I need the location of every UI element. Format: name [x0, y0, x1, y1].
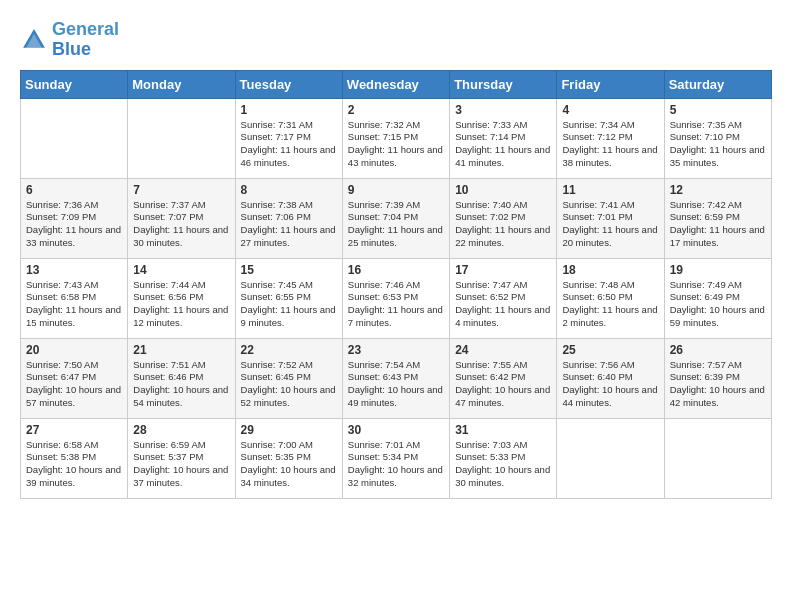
- calendar-cell: 27Sunrise: 6:58 AMSunset: 5:38 PMDayligh…: [21, 418, 128, 498]
- header-day: Sunday: [21, 70, 128, 98]
- day-detail: Sunrise: 7:45 AMSunset: 6:55 PMDaylight:…: [241, 279, 337, 330]
- day-detail: Sunrise: 7:33 AMSunset: 7:14 PMDaylight:…: [455, 119, 551, 170]
- day-detail: Sunrise: 6:58 AMSunset: 5:38 PMDaylight:…: [26, 439, 122, 490]
- day-detail: Sunrise: 7:01 AMSunset: 5:34 PMDaylight:…: [348, 439, 444, 490]
- day-detail: Sunrise: 7:44 AMSunset: 6:56 PMDaylight:…: [133, 279, 229, 330]
- calendar-cell: 14Sunrise: 7:44 AMSunset: 6:56 PMDayligh…: [128, 258, 235, 338]
- day-number: 7: [133, 183, 229, 197]
- day-detail: Sunrise: 7:49 AMSunset: 6:49 PMDaylight:…: [670, 279, 766, 330]
- day-detail: Sunrise: 7:47 AMSunset: 6:52 PMDaylight:…: [455, 279, 551, 330]
- day-number: 19: [670, 263, 766, 277]
- header-day: Friday: [557, 70, 664, 98]
- day-detail: Sunrise: 6:59 AMSunset: 5:37 PMDaylight:…: [133, 439, 229, 490]
- day-number: 12: [670, 183, 766, 197]
- day-number: 17: [455, 263, 551, 277]
- calendar-cell: [557, 418, 664, 498]
- day-number: 21: [133, 343, 229, 357]
- logo: General Blue: [20, 20, 119, 60]
- calendar-cell: 29Sunrise: 7:00 AMSunset: 5:35 PMDayligh…: [235, 418, 342, 498]
- calendar-cell: 24Sunrise: 7:55 AMSunset: 6:42 PMDayligh…: [450, 338, 557, 418]
- day-number: 6: [26, 183, 122, 197]
- day-number: 3: [455, 103, 551, 117]
- day-number: 24: [455, 343, 551, 357]
- day-number: 20: [26, 343, 122, 357]
- day-number: 15: [241, 263, 337, 277]
- day-detail: Sunrise: 7:32 AMSunset: 7:15 PMDaylight:…: [348, 119, 444, 170]
- calendar-cell: 15Sunrise: 7:45 AMSunset: 6:55 PMDayligh…: [235, 258, 342, 338]
- day-detail: Sunrise: 7:31 AMSunset: 7:17 PMDaylight:…: [241, 119, 337, 170]
- calendar-cell: 30Sunrise: 7:01 AMSunset: 5:34 PMDayligh…: [342, 418, 449, 498]
- day-number: 23: [348, 343, 444, 357]
- day-number: 14: [133, 263, 229, 277]
- calendar-cell: 18Sunrise: 7:48 AMSunset: 6:50 PMDayligh…: [557, 258, 664, 338]
- calendar-cell: 1Sunrise: 7:31 AMSunset: 7:17 PMDaylight…: [235, 98, 342, 178]
- calendar-cell: 8Sunrise: 7:38 AMSunset: 7:06 PMDaylight…: [235, 178, 342, 258]
- header-day: Monday: [128, 70, 235, 98]
- calendar-cell: 5Sunrise: 7:35 AMSunset: 7:10 PMDaylight…: [664, 98, 771, 178]
- header-day: Saturday: [664, 70, 771, 98]
- logo-text: General Blue: [52, 20, 119, 60]
- calendar-cell: 25Sunrise: 7:56 AMSunset: 6:40 PMDayligh…: [557, 338, 664, 418]
- day-number: 8: [241, 183, 337, 197]
- calendar-cell: 9Sunrise: 7:39 AMSunset: 7:04 PMDaylight…: [342, 178, 449, 258]
- calendar-cell: 3Sunrise: 7:33 AMSunset: 7:14 PMDaylight…: [450, 98, 557, 178]
- day-detail: Sunrise: 7:35 AMSunset: 7:10 PMDaylight:…: [670, 119, 766, 170]
- day-detail: Sunrise: 7:57 AMSunset: 6:39 PMDaylight:…: [670, 359, 766, 410]
- day-number: 22: [241, 343, 337, 357]
- day-detail: Sunrise: 7:39 AMSunset: 7:04 PMDaylight:…: [348, 199, 444, 250]
- calendar-cell: 16Sunrise: 7:46 AMSunset: 6:53 PMDayligh…: [342, 258, 449, 338]
- header-day: Tuesday: [235, 70, 342, 98]
- calendar-cell: 10Sunrise: 7:40 AMSunset: 7:02 PMDayligh…: [450, 178, 557, 258]
- calendar-cell: 2Sunrise: 7:32 AMSunset: 7:15 PMDaylight…: [342, 98, 449, 178]
- calendar-cell: 13Sunrise: 7:43 AMSunset: 6:58 PMDayligh…: [21, 258, 128, 338]
- day-detail: Sunrise: 7:42 AMSunset: 6:59 PMDaylight:…: [670, 199, 766, 250]
- day-number: 30: [348, 423, 444, 437]
- day-number: 4: [562, 103, 658, 117]
- day-number: 13: [26, 263, 122, 277]
- day-number: 26: [670, 343, 766, 357]
- day-number: 10: [455, 183, 551, 197]
- day-number: 5: [670, 103, 766, 117]
- day-number: 29: [241, 423, 337, 437]
- day-number: 28: [133, 423, 229, 437]
- day-number: 11: [562, 183, 658, 197]
- calendar-cell: 23Sunrise: 7:54 AMSunset: 6:43 PMDayligh…: [342, 338, 449, 418]
- calendar-cell: 20Sunrise: 7:50 AMSunset: 6:47 PMDayligh…: [21, 338, 128, 418]
- day-number: 2: [348, 103, 444, 117]
- day-detail: Sunrise: 7:54 AMSunset: 6:43 PMDaylight:…: [348, 359, 444, 410]
- day-number: 27: [26, 423, 122, 437]
- calendar-cell: 28Sunrise: 6:59 AMSunset: 5:37 PMDayligh…: [128, 418, 235, 498]
- header-day: Thursday: [450, 70, 557, 98]
- calendar-cell: 7Sunrise: 7:37 AMSunset: 7:07 PMDaylight…: [128, 178, 235, 258]
- logo-icon: [20, 26, 48, 54]
- day-number: 25: [562, 343, 658, 357]
- calendar-table: SundayMondayTuesdayWednesdayThursdayFrid…: [20, 70, 772, 499]
- day-detail: Sunrise: 7:56 AMSunset: 6:40 PMDaylight:…: [562, 359, 658, 410]
- day-detail: Sunrise: 7:52 AMSunset: 6:45 PMDaylight:…: [241, 359, 337, 410]
- day-detail: Sunrise: 7:55 AMSunset: 6:42 PMDaylight:…: [455, 359, 551, 410]
- day-detail: Sunrise: 7:48 AMSunset: 6:50 PMDaylight:…: [562, 279, 658, 330]
- calendar-cell: [21, 98, 128, 178]
- calendar-cell: 4Sunrise: 7:34 AMSunset: 7:12 PMDaylight…: [557, 98, 664, 178]
- day-detail: Sunrise: 7:03 AMSunset: 5:33 PMDaylight:…: [455, 439, 551, 490]
- day-number: 31: [455, 423, 551, 437]
- header-day: Wednesday: [342, 70, 449, 98]
- day-number: 1: [241, 103, 337, 117]
- day-detail: Sunrise: 7:36 AMSunset: 7:09 PMDaylight:…: [26, 199, 122, 250]
- calendar-cell: 17Sunrise: 7:47 AMSunset: 6:52 PMDayligh…: [450, 258, 557, 338]
- day-detail: Sunrise: 7:00 AMSunset: 5:35 PMDaylight:…: [241, 439, 337, 490]
- calendar-cell: [664, 418, 771, 498]
- day-detail: Sunrise: 7:43 AMSunset: 6:58 PMDaylight:…: [26, 279, 122, 330]
- day-detail: Sunrise: 7:40 AMSunset: 7:02 PMDaylight:…: [455, 199, 551, 250]
- day-number: 18: [562, 263, 658, 277]
- calendar-cell: 19Sunrise: 7:49 AMSunset: 6:49 PMDayligh…: [664, 258, 771, 338]
- day-detail: Sunrise: 7:34 AMSunset: 7:12 PMDaylight:…: [562, 119, 658, 170]
- calendar-cell: 12Sunrise: 7:42 AMSunset: 6:59 PMDayligh…: [664, 178, 771, 258]
- day-detail: Sunrise: 7:51 AMSunset: 6:46 PMDaylight:…: [133, 359, 229, 410]
- calendar-cell: 26Sunrise: 7:57 AMSunset: 6:39 PMDayligh…: [664, 338, 771, 418]
- calendar-cell: [128, 98, 235, 178]
- day-number: 9: [348, 183, 444, 197]
- day-detail: Sunrise: 7:50 AMSunset: 6:47 PMDaylight:…: [26, 359, 122, 410]
- calendar-cell: 11Sunrise: 7:41 AMSunset: 7:01 PMDayligh…: [557, 178, 664, 258]
- day-detail: Sunrise: 7:46 AMSunset: 6:53 PMDaylight:…: [348, 279, 444, 330]
